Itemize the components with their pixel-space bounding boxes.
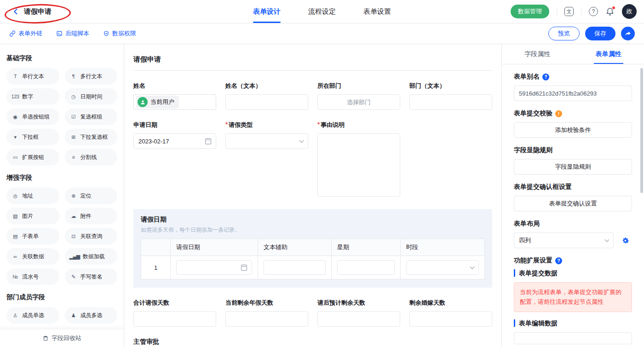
tab-form-settings[interactable]: 表单设置 bbox=[363, 0, 391, 23]
tab-form-properties[interactable]: 表单属性 bbox=[573, 44, 644, 64]
department-text-input[interactable] bbox=[409, 94, 492, 110]
department-field[interactable]: 所在部门 bbox=[317, 82, 400, 110]
field-item-linked-data[interactable]: ∞关联数据 bbox=[6, 248, 59, 265]
calendar-icon bbox=[205, 138, 211, 144]
warning-circle-icon[interactable]: ! bbox=[555, 110, 562, 117]
member-field-grid: ♙成员单选 ♟成员多选 bbox=[6, 307, 117, 324]
tab-field-properties[interactable]: 字段属性 bbox=[502, 44, 573, 64]
label-text: 表单提交校验 bbox=[514, 109, 552, 118]
leave-type-select[interactable] bbox=[225, 133, 308, 149]
field-item-radio-group[interactable]: ◉单选按钮组 bbox=[6, 108, 59, 125]
form-alias-input[interactable] bbox=[514, 85, 632, 101]
remaining-marriage-input[interactable] bbox=[409, 311, 492, 327]
top-header: 请假申请 表单设计 流程设定 表单设置 数据管理 文 ? 政 bbox=[0, 0, 644, 23]
cell-period bbox=[401, 256, 484, 279]
layout-settings-button[interactable] bbox=[618, 233, 632, 247]
tab-flow-settings[interactable]: 流程设定 bbox=[308, 0, 336, 23]
add-validation-button[interactable]: 添加校验条件 bbox=[514, 122, 632, 138]
form-external-link[interactable]: 表单外链 bbox=[9, 29, 42, 38]
remaining-annual-input[interactable] bbox=[225, 311, 308, 327]
remaining-annual-field[interactable]: 当前剩余年假天数 bbox=[225, 299, 308, 327]
field-item-checkbox-group[interactable]: ☑复选框组 bbox=[65, 108, 118, 125]
panel-scrollbar[interactable] bbox=[640, 68, 643, 193]
text-icon: T bbox=[11, 74, 19, 79]
share-button[interactable] bbox=[621, 27, 635, 40]
question-circle-icon[interactable]: ? bbox=[555, 257, 562, 264]
field-item-multi-select[interactable]: ⊞下拉复选框 bbox=[65, 129, 118, 145]
field-item-number[interactable]: 123数字 bbox=[6, 88, 59, 105]
department-text-field[interactable]: 部门（文本） bbox=[409, 82, 492, 110]
name-value-box[interactable]: 当前用户 bbox=[133, 94, 216, 110]
field-visibility-label: 字段显隐规则 bbox=[514, 146, 632, 154]
name-text-field[interactable]: 姓名（文本） bbox=[225, 82, 308, 110]
field-item-attachment[interactable]: ☁附件 bbox=[65, 208, 118, 224]
department-picker-input[interactable] bbox=[317, 94, 400, 110]
column-header: 文本辅助 bbox=[258, 239, 332, 256]
field-label: 申请日期 bbox=[133, 121, 216, 129]
field-item-datetime[interactable]: ◷日期时间 bbox=[65, 88, 118, 105]
field-item-divider-line[interactable]: ≡分割线 bbox=[65, 149, 118, 165]
notification-bell-icon[interactable] bbox=[605, 7, 615, 16]
field-item-address[interactable]: ◎地址 bbox=[6, 188, 59, 204]
partial-button[interactable] bbox=[514, 332, 632, 344]
pin-icon: ◎ bbox=[11, 193, 19, 199]
backend-script-link[interactable]: 后端脚本 bbox=[56, 29, 89, 38]
total-days-field[interactable]: 合计请假天数 bbox=[133, 299, 216, 327]
subform-header-row: 请假日期 文本辅助 星期 时段 bbox=[141, 239, 484, 256]
checkbox-icon: ☑ bbox=[69, 114, 78, 120]
field-item-member-single[interactable]: ♙成员单选 bbox=[6, 307, 59, 324]
name-field[interactable]: 姓名 当前用户 bbox=[133, 82, 216, 110]
apply-date-field[interactable]: 申请日期 2023-02-17 bbox=[133, 121, 216, 198]
reason-textarea[interactable] bbox=[317, 133, 400, 197]
button-icon: ▭ bbox=[11, 154, 19, 160]
field-item-select[interactable]: ▾下拉框 bbox=[6, 129, 59, 145]
layout-select[interactable]: 四列 bbox=[514, 233, 614, 248]
data-permission-link[interactable]: 数据权限 bbox=[103, 29, 136, 38]
field-visibility-button[interactable]: 字段显隐规则 bbox=[514, 159, 632, 175]
basic-field-grid: T单行文本 ¶多行文本 123数字 ◷日期时间 ◉单选按钮组 ☑复选框组 ▾下拉… bbox=[6, 68, 117, 165]
remaining-marriage-field[interactable]: 剩余婚嫁天数 bbox=[409, 299, 492, 327]
field-item-extend-button[interactable]: ▭扩展按钮 bbox=[6, 149, 59, 165]
data-manage-button[interactable]: 数据管理 bbox=[511, 5, 549, 18]
name-text-input[interactable] bbox=[225, 94, 308, 110]
field-item-data-load[interactable]: ▂▄▆数据加载 bbox=[65, 248, 118, 265]
submit-confirm-button[interactable]: 表单提交确认设置 bbox=[514, 196, 632, 211]
leave-date-input[interactable] bbox=[176, 260, 252, 275]
paragraph-icon: ¶ bbox=[69, 74, 78, 79]
text-helper-input[interactable] bbox=[264, 260, 326, 275]
language-icon[interactable]: 文 bbox=[564, 7, 574, 16]
save-button[interactable]: 保存 bbox=[585, 27, 615, 40]
field-recycle-bin[interactable]: 字段回收站 bbox=[0, 330, 124, 347]
apply-date-input[interactable]: 2023-02-17 bbox=[133, 133, 216, 149]
current-user-chip[interactable]: 当前用户 bbox=[136, 96, 179, 108]
preview-button[interactable]: 预览 bbox=[548, 27, 580, 40]
people-icon: ♟ bbox=[69, 313, 78, 319]
form-layout-label: 表单布局 bbox=[514, 220, 632, 228]
form-row-3: 合计请假天数 当前剩余年假天数 请后预计剩余天数 剩余婚嫁天数 bbox=[133, 299, 492, 327]
question-circle-icon[interactable]: ? bbox=[542, 74, 549, 80]
user-avatar[interactable]: 政 bbox=[622, 4, 637, 19]
field-item-linked-query[interactable]: ⊡关联查询 bbox=[65, 228, 118, 245]
back-button[interactable]: 请假申请 bbox=[7, 6, 56, 18]
help-icon[interactable]: ? bbox=[589, 7, 598, 16]
tab-form-design[interactable]: 表单设计 bbox=[253, 0, 281, 23]
predicted-remaining-field[interactable]: 请后预计剩余天数 bbox=[317, 299, 400, 327]
field-item-image[interactable]: ▧图片 bbox=[6, 208, 59, 224]
total-days-input[interactable] bbox=[133, 311, 216, 327]
field-item-member-multi[interactable]: ♟成员多选 bbox=[65, 307, 118, 324]
period-select[interactable] bbox=[406, 260, 479, 275]
field-item-serial-number[interactable]: №流水号 bbox=[6, 268, 59, 285]
cell-weekday bbox=[332, 256, 401, 279]
field-item-single-line-text[interactable]: T单行文本 bbox=[6, 68, 59, 85]
user-avatar-icon bbox=[138, 97, 148, 107]
field-item-location[interactable]: ⊕定位 bbox=[65, 188, 118, 204]
reason-field[interactable]: *事由说明 bbox=[317, 121, 400, 198]
field-item-multi-line-text[interactable]: ¶多行文本 bbox=[65, 68, 118, 85]
leave-type-field[interactable]: *请假类型 bbox=[225, 121, 308, 198]
leave-dates-subform[interactable]: 请假日期 如需请多天假，每个日期添加一条记录。 请假日期 文本辅助 星期 时段 … bbox=[133, 209, 492, 288]
form-toolbar: 表单外链 后端脚本 数据权限 预览 保存 bbox=[0, 23, 644, 44]
field-item-signature[interactable]: ✎手写签名 bbox=[65, 268, 118, 285]
weekday-input[interactable] bbox=[337, 260, 395, 275]
predicted-remaining-input[interactable] bbox=[317, 311, 400, 327]
field-item-subform[interactable]: ▤子表单 bbox=[6, 228, 59, 245]
